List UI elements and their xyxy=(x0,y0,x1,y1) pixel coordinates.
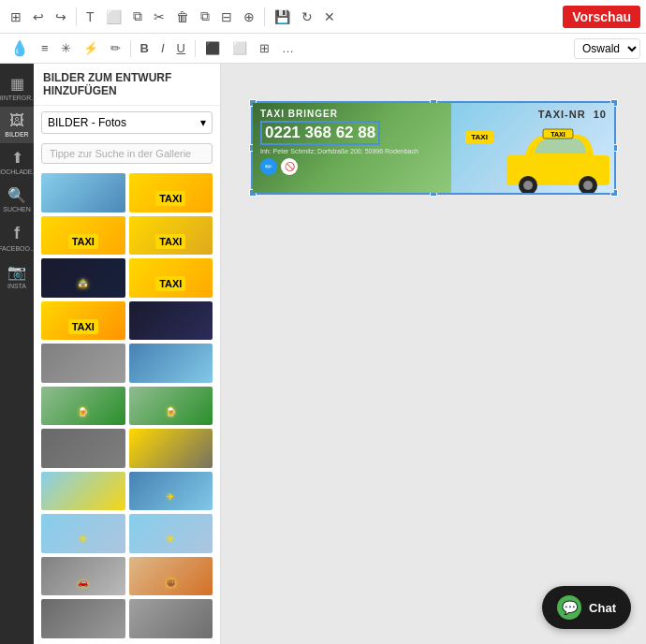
image-thumb-fahrerraum[interactable]: Fahrerinnenraum xyxy=(41,429,125,468)
chat-bubble-icon: 💬 xyxy=(562,600,578,615)
image-thumb-biergar1[interactable]: 🍺Biergarten 1 xyxy=(41,387,125,426)
toolbar-sep1 xyxy=(76,7,77,26)
banner-edit-icon[interactable]: ✏ xyxy=(260,158,277,175)
image-thumb-mietwagen[interactable]: 🚗Mietwagen xyxy=(41,557,125,596)
toolbar-layers-btn[interactable]: ⊕ xyxy=(239,7,259,27)
image-thumb-bahnhof[interactable]: 1Taxi-Bahnhof xyxy=(41,173,125,212)
suchen-icon: 🔍 xyxy=(7,186,26,204)
image-thumb-fahrerpass[interactable]: Fahrer TaxiPassag. xyxy=(41,472,125,511)
image-thumb-strasse[interactable]: 2Strasse xyxy=(41,344,125,383)
banner-phone[interactable]: 0221 368 62 88 xyxy=(260,121,380,145)
toolbar-copy2-btn[interactable]: ⧉ xyxy=(128,6,147,27)
sidebar-label-facebook: FACEBOO... xyxy=(0,245,36,252)
toolbar-save-btn[interactable]: 💾 xyxy=(270,7,295,27)
tb2-color-btn[interactable]: 💧 xyxy=(6,37,34,59)
panel-dropdown[interactable]: BILDER - Fotos ▾ xyxy=(41,111,213,134)
sidebar-item-insta[interactable]: 📷 INSTA xyxy=(0,257,34,295)
toolbar-text-btn[interactable]: T xyxy=(81,7,99,27)
chat-label: Chat xyxy=(589,601,616,615)
image-thumb-fahrertaxi[interactable]: FahrerTaxi xyxy=(129,429,213,468)
toolbar-close-btn[interactable]: ✕ xyxy=(319,7,340,27)
hochlade-icon: ⬆ xyxy=(11,149,23,167)
top-toolbar: ⊞ ↩ ↪ T ⬜ ⧉ ✂ 🗑 ⧉ ⊟ ⊕ 💾 ↻ ✕ Vorschau xyxy=(0,0,646,34)
search-box[interactable]: Tippe zur Suche in der Gallerie xyxy=(41,143,213,164)
sidebar-label-hintergrund: HINTERGR... xyxy=(0,95,37,101)
image-thumb-biergar2[interactable]: 🍺Biergarten 2 xyxy=(129,387,213,426)
bilder-icon: 🖼 xyxy=(9,112,24,129)
toolbar-delete-btn[interactable]: 🗑 xyxy=(171,7,194,27)
tb2-alignc-btn[interactable]: ⬜ xyxy=(228,39,252,57)
toolbar-redo-btn[interactable]: ↪ xyxy=(51,7,71,27)
tb2-sep1 xyxy=(130,40,131,57)
image-thumb-strasse-nacht[interactable]: 2Strasse-Nacht1 xyxy=(129,301,213,341)
tb2-underline-btn[interactable]: U xyxy=(172,39,190,57)
toolbar-rect-btn[interactable]: ⬜ xyxy=(101,7,126,27)
font-select[interactable]: Oswald xyxy=(574,38,640,59)
sidebar-label-bilder: BILDER xyxy=(5,131,28,138)
image-thumb-aussen[interactable]: Außen xyxy=(129,344,213,383)
toolbar-grid-btn[interactable]: ⊞ xyxy=(6,7,26,27)
sidebar-item-suchen[interactable]: 🔍 SUCHEN xyxy=(0,181,34,218)
tb2-italic-btn[interactable]: I xyxy=(156,39,169,57)
tb2-more-btn[interactable]: … xyxy=(277,39,299,57)
facebook-icon: f xyxy=(14,224,20,243)
image-thumb-passagier-str2[interactable]: Passagier-Strasse2 xyxy=(129,599,213,638)
toolbar-refresh-btn[interactable]: ↻ xyxy=(297,7,317,27)
taxi-sign: TAXI xyxy=(465,131,493,143)
toolbar-minus-btn[interactable]: ⊟ xyxy=(216,7,237,27)
image-thumb-dachschild1[interactable]: TAXI1Taxi-Dachschild1 xyxy=(129,173,213,212)
toolbar-undo-btn[interactable]: ↩ xyxy=(28,7,49,27)
image-thumb-taxi1[interactable]: TAXI1Taxi xyxy=(129,258,213,298)
canvas-area: TAXI BRINGER 0221 368 62 88 Inh: Peter S… xyxy=(221,64,646,644)
banner-nosmoking-icon: 🚫 xyxy=(281,158,298,175)
image-thumb-flughafen[interactable]: ✈Flughafen... xyxy=(129,472,213,511)
image-grid: 1Taxi-BahnhofTAXI1Taxi-Dachschild1TAXI1T… xyxy=(34,168,220,644)
image-thumb-flugzeug2[interactable]: ✈Flugzeug xyxy=(129,514,213,553)
second-toolbar: 💧 ≡ ✳ ⚡ ✏ B I U ⬛ ⬜ ⊞ … Oswald xyxy=(0,34,646,64)
chevron-down-icon: ▾ xyxy=(200,116,206,129)
sidebar-item-hochlade[interactable]: ⬆ HOCHLADE... xyxy=(0,143,34,181)
image-thumb-dachschild2[interactable]: TAXI1Taxi-Dachschild2 xyxy=(41,216,125,256)
sidebar-label-hochlade: HOCHLADE... xyxy=(0,168,37,175)
image-thumb-nacht[interactable]: 🚖1Taxi-nacht xyxy=(41,258,125,298)
image-panel: BILDER ZUM ENTWURF HINZUFÜGEN BILDER - F… xyxy=(34,64,221,644)
main-area: ▦ HINTERGR... 🖼 BILDER ⬆ HOCHLADE... 🔍 S… xyxy=(0,64,646,644)
sidebar-label-suchen: SUCHEN xyxy=(3,206,31,212)
image-thumb-taxii[interactable]: TAXI1Taxii xyxy=(41,301,125,341)
preview-button[interactable]: Vorschau xyxy=(563,6,640,28)
banner-left: TAXI BRINGER 0221 368 62 88 Inh: Peter S… xyxy=(253,103,451,193)
tb2-flash-btn[interactable]: ⚡ xyxy=(79,39,103,57)
svg-point-4 xyxy=(583,181,593,190)
tb2-grid2-btn[interactable]: ⊞ xyxy=(255,39,274,57)
panel-header: BILDER ZUM ENTWURF HINZUFÜGEN xyxy=(34,64,220,106)
banner-icons-row: ✏ 🚫 xyxy=(260,158,444,175)
chat-button[interactable]: 💬 Chat xyxy=(542,586,631,629)
tb2-align-btn[interactable]: ≡ xyxy=(37,39,53,57)
sidebar-item-facebook[interactable]: f FACEBOO... xyxy=(0,218,34,257)
sidebar-label-insta: INSTA xyxy=(7,283,26,289)
taxi-car-svg: TAXI xyxy=(502,118,614,193)
tb2-alignl-btn[interactable]: ⬛ xyxy=(200,39,225,57)
image-thumb-dachschild3[interactable]: TAXI1Taxi-Dachschild3 xyxy=(129,216,213,256)
hintergrund-icon: ▦ xyxy=(10,75,24,93)
tb2-bold-btn[interactable]: B xyxy=(136,39,154,57)
image-thumb-gepaeck[interactable]: 👜Passagier-Gepäck xyxy=(129,557,213,596)
tb2-sep2 xyxy=(195,40,196,57)
design-canvas[interactable]: TAXI BRINGER 0221 368 62 88 Inh: Peter S… xyxy=(251,101,616,195)
image-thumb-passagier-str[interactable]: Passagier-Strasse xyxy=(41,599,125,638)
chat-icon: 💬 xyxy=(557,595,581,620)
toolbar-copy3-btn[interactable]: ⧉ xyxy=(196,6,214,27)
banner-contact: Inh: Peter Schmitz; Dorfstraße 200; 5099… xyxy=(260,148,444,154)
tb2-edit-btn[interactable]: ✏ xyxy=(106,39,125,57)
sidebar-item-bilder[interactable]: 🖼 BILDER xyxy=(0,107,34,143)
sidebar-icons: ▦ HINTERGR... 🖼 BILDER ⬆ HOCHLADE... 🔍 S… xyxy=(0,64,34,644)
insta-icon: 📷 xyxy=(7,263,26,281)
toolbar-cut-btn[interactable]: ✂ xyxy=(149,7,169,27)
tb2-effects-btn[interactable]: ✳ xyxy=(56,39,76,57)
sidebar-item-hintergrund[interactable]: ▦ HINTERGR... xyxy=(0,69,34,107)
image-thumb-flugzeug1[interactable]: ✈Flügzeug xyxy=(41,514,125,553)
taxi-banner: TAXI BRINGER 0221 368 62 88 Inh: Peter S… xyxy=(253,103,614,193)
banner-company: TAXI BRINGER xyxy=(260,109,444,119)
dropdown-label: BILDER - Fotos xyxy=(48,116,126,129)
toolbar-sep2 xyxy=(264,7,265,26)
